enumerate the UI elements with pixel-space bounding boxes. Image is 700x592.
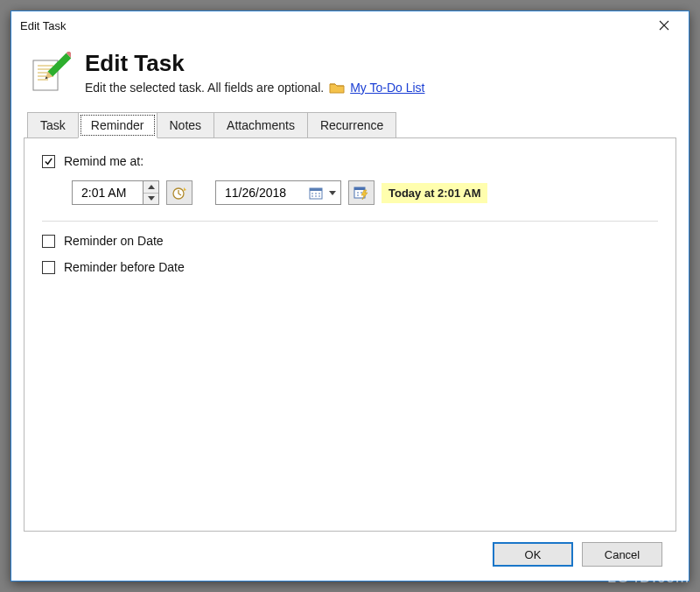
tab-notes[interactable]: Notes [157, 112, 215, 138]
reminder-before-date-checkbox[interactable] [42, 261, 55, 274]
edit-pencil-icon [27, 50, 73, 95]
check-icon [44, 157, 53, 166]
close-icon [659, 20, 669, 31]
time-date-row: 2:01 AM 11/26/2018 [72, 180, 658, 205]
reminder-on-date-checkbox[interactable] [42, 235, 55, 248]
tab-attachments[interactable]: Attachments [214, 112, 308, 138]
reminder-on-date-row: Reminder on Date [42, 234, 658, 248]
tab-recurrence[interactable]: Recurrence [307, 112, 396, 138]
remind-me-label: Remind me at: [64, 154, 144, 168]
header: Edit Task Edit the selected task. All fi… [27, 50, 676, 95]
date-input[interactable]: 11/26/2018 [215, 180, 341, 205]
calendar-lightning-icon [354, 185, 369, 201]
clock-reset-icon [172, 185, 187, 201]
time-spin-up[interactable] [144, 181, 158, 194]
date-dropdown-button[interactable] [328, 191, 337, 195]
set-today-button[interactable] [348, 180, 374, 205]
reset-time-button[interactable] [166, 180, 192, 205]
date-value[interactable]: 11/26/2018 [225, 186, 304, 200]
tab-task[interactable]: Task [27, 112, 79, 138]
folder-icon [329, 81, 345, 94]
time-spin-down[interactable] [144, 194, 158, 205]
separator [42, 221, 658, 222]
ok-button[interactable]: OK [493, 542, 573, 567]
remind-me-checkbox[interactable] [42, 155, 55, 168]
reminder-before-date-row: Reminder before Date [42, 260, 658, 274]
page-subtitle: Edit the selected task. All fields are o… [85, 81, 324, 95]
chevron-down-icon [329, 191, 336, 195]
reminder-on-date-label: Reminder on Date [64, 234, 164, 248]
svg-rect-10 [354, 187, 365, 190]
page-subtitle-row: Edit the selected task. All fields are o… [85, 81, 425, 95]
time-value[interactable]: 2:01 AM [73, 181, 143, 204]
my-todo-list-link[interactable]: My To-Do List [350, 81, 424, 95]
tabs: Task Reminder Notes Attachments Recurren… [27, 111, 676, 137]
content-area: Edit Task Edit the selected task. All fi… [11, 39, 689, 581]
today-summary: Today at 2:01 AM [382, 183, 487, 203]
chevron-up-icon [148, 185, 155, 189]
window-title: Edit Task [20, 19, 645, 32]
cancel-button[interactable]: Cancel [582, 542, 662, 567]
time-spinner [143, 181, 158, 204]
reminder-panel: Remind me at: 2:01 AM [24, 137, 676, 532]
chevron-down-icon [148, 196, 155, 201]
close-button[interactable] [645, 13, 683, 38]
reminder-before-date-label: Reminder before Date [64, 260, 185, 274]
titlebar: Edit Task [11, 11, 689, 39]
page-title: Edit Task [85, 50, 425, 77]
svg-rect-8 [310, 188, 322, 191]
edit-task-dialog: Edit Task Edit T [10, 11, 690, 581]
remind-me-row: Remind me at: [42, 154, 658, 168]
tab-reminder[interactable]: Reminder [78, 112, 158, 138]
svg-rect-1 [33, 60, 58, 90]
time-input[interactable]: 2:01 AM [72, 180, 159, 205]
calendar-icon [309, 186, 323, 200]
dialog-footer: OK Cancel [24, 532, 676, 581]
